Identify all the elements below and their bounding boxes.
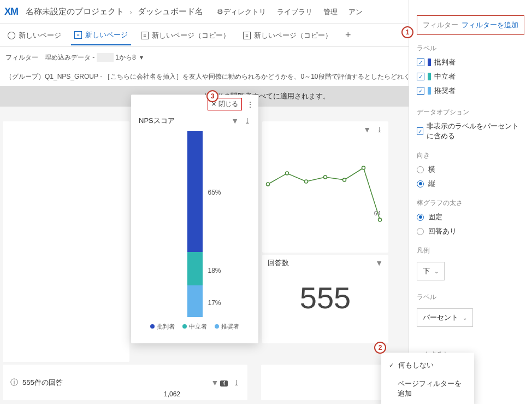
radio-icon [417, 180, 424, 188]
filter-section-label: フィルター [423, 20, 458, 30]
chevron-down-icon: ⌄ [434, 268, 439, 274]
include-hidden-checkbox[interactable]: 非表示のラベルをパーセントに含める [417, 121, 524, 141]
info-icon: ⓘ [10, 378, 18, 388]
page-tab-label: 新しいページ [19, 31, 61, 40]
svg-point-0 [267, 183, 270, 186]
radio-icon [417, 166, 424, 173]
chevron-down-icon: ⌄ [463, 315, 467, 321]
page-icon [243, 32, 251, 39]
widget-placeholder [261, 365, 389, 400]
nps-widget[interactable]: ✕ 閉じる ⋮ NPSスコア ▼ ⤓ 65% 18% 17% 批判者 中立者 推… [131, 95, 258, 343]
label-promoter-checkbox[interactable]: 推奨者 [417, 86, 524, 96]
segment-label: 65% [208, 189, 221, 196]
settings-panel: フィルター フィルターを追加 ラベル 批判者 中立者 推奨者 データオプション … [409, 0, 532, 404]
filter-icon[interactable]: ▼ [375, 259, 383, 267]
topnav-menu: レポート ⚙ディレクトリ ライブラリ 管理 アン [217, 7, 363, 17]
radio-icon [417, 228, 424, 235]
count-value: 555 [262, 280, 388, 315]
select-value: 下 [423, 266, 430, 276]
close-label: 閉じる [218, 99, 238, 109]
label-detractor-checkbox[interactable]: 批判者 [417, 57, 524, 67]
label-type-select[interactable]: パーセント ⌄ [417, 308, 473, 327]
click-action-dropdown: 何もしない ページフィルターを追加 [381, 353, 474, 404]
widget-title: 回答数 [268, 258, 289, 268]
responses-widget[interactable]: ⓘ 555件の回答 ▼4 ⤓ [3, 365, 247, 400]
widget-header: 回答数 ▼ [262, 255, 388, 271]
filter-icon[interactable]: ▼ [231, 116, 239, 125]
chevron-right-icon: › [129, 7, 132, 16]
page-tab-label: 新しいページ（コピー） [254, 31, 332, 40]
line-chart-last-value: 64 [374, 210, 381, 216]
download-icon[interactable]: ⤓ [244, 116, 251, 125]
svg-point-3 [324, 175, 327, 179]
kebab-menu-icon[interactable]: ⋮ [245, 100, 255, 109]
orientation-horizontal-radio[interactable]: 横 [417, 165, 524, 174]
nps-widget-header: ✕ 閉じる ⋮ [131, 95, 258, 114]
chk-label: 推奨者 [434, 86, 456, 96]
radio-icon [417, 214, 424, 221]
chk-label: 批判者 [434, 57, 456, 67]
chk-label: 非表示のラベルをパーセントに含める [427, 121, 524, 141]
callout-2-icon: 2 [374, 342, 386, 354]
page-tab-3[interactable]: 新しいページ（コピー） [138, 26, 233, 45]
label-passive-checkbox[interactable]: 中立者 [417, 72, 524, 81]
section-label-orientation: 向き [417, 151, 524, 160]
section-label-legend: 凡例 [417, 246, 524, 255]
page-tab-label: 新しいページ [85, 30, 128, 40]
add-page-button[interactable]: + [342, 30, 354, 41]
filter-icon[interactable]: ▼ [363, 125, 371, 134]
legend-item: 中立者 [182, 323, 207, 331]
response-count-widget[interactable]: 回答数 ▼ 555 [262, 255, 388, 343]
widget-header: ▼ ⤓ [262, 121, 388, 138]
svg-point-2 [305, 180, 308, 183]
nav-directory[interactable]: ⚙ディレクトリ [217, 7, 266, 17]
section-label-label: ラベル [417, 292, 524, 302]
dropdown-item-label: 何もしない [398, 360, 434, 370]
dropdown-item-nothing[interactable]: 何もしない [381, 356, 474, 374]
line-chart-widget[interactable]: ▼ ⤓ 64 [262, 121, 388, 253]
radio-label: 縦 [428, 179, 435, 189]
filter-icon[interactable]: ▼4 [211, 378, 228, 387]
dropdown-item-add-page-filter[interactable]: ページフィルターを追加 [381, 374, 474, 403]
widget-placeholder [3, 121, 129, 362]
page-tab-4[interactable]: 新しいページ（コピー） [240, 26, 335, 45]
legend-label: 批判者 [157, 323, 175, 330]
chevron-down-icon: ▾ [140, 54, 143, 61]
xm-logo-icon[interactable]: XM [4, 6, 18, 17]
breadcrumb-project[interactable]: 名称未設定のプロジェクト [26, 7, 124, 17]
download-icon[interactable]: ⤓ [376, 125, 383, 134]
color-chip-icon [428, 58, 431, 66]
embedded-data-filter[interactable]: 埋め込みデータ - 1から8 ▾ [45, 53, 143, 62]
breadcrumb-dashboard[interactable]: ダッシュボード名 [138, 7, 203, 17]
orientation-vertical-radio[interactable]: 縦 [417, 179, 524, 189]
legend-position-select[interactable]: 下 ⌄ [417, 262, 445, 280]
group-text: （グループ）Q1_NPS_GROUP - ［こちらに会社名を挿入］を友人や同僚に… [5, 73, 430, 80]
bar-segment-passive [187, 252, 203, 285]
legend-label: 中立者 [189, 323, 207, 330]
callout-1-icon: 1 [401, 26, 413, 38]
thickness-fixed-radio[interactable]: 固定 [417, 212, 524, 222]
callout-3-icon: 3 [206, 90, 218, 102]
radio-label: 横 [428, 165, 435, 174]
nav-library[interactable]: ライブラリ [277, 7, 312, 17]
page-icon [74, 31, 82, 39]
svg-point-4 [343, 178, 346, 181]
add-filter-button[interactable]: フィルターを追加 [462, 20, 518, 30]
line-chart-svg [262, 138, 388, 253]
thickness-answer-radio[interactable]: 回答あり [417, 226, 524, 236]
page-tab-2[interactable]: 新しいページ [71, 26, 131, 45]
section-label-bar-thickness: 棒グラフの太さ [417, 198, 524, 208]
checkbox-icon [417, 73, 424, 80]
embedded-data-label: 埋め込みデータ - [45, 54, 97, 61]
checkbox-icon [417, 87, 424, 95]
checkbox-icon [417, 127, 423, 135]
svg-point-6 [379, 218, 382, 221]
legend-swatch-icon [215, 324, 219, 329]
nps-title-row: NPSスコア ▼ ⤓ [131, 114, 258, 131]
download-icon[interactable]: ⤓ [233, 378, 240, 387]
nav-manage[interactable]: 管理 [323, 7, 338, 17]
radio-label: 固定 [428, 212, 442, 222]
nav-survey[interactable]: アン [348, 7, 363, 17]
page-tab-1[interactable]: 新しいページ [4, 26, 64, 45]
legend-swatch-icon [150, 324, 155, 329]
